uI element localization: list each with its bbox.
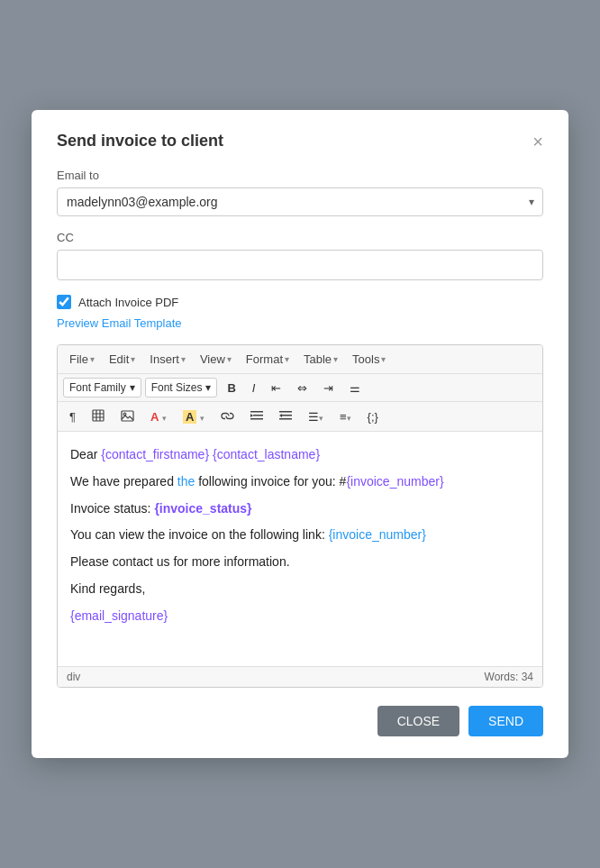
editor-line-view-invoice: You can view the invoice on the followin…: [70, 525, 530, 546]
font-sizes-arrow: ▾: [205, 381, 211, 394]
highlight-the: the: [177, 474, 195, 489]
code-button[interactable]: {;}: [361, 407, 385, 426]
send-button[interactable]: SEND: [468, 706, 543, 736]
var-email-signature: {email_signature}: [70, 608, 168, 623]
align-left-button[interactable]: ⇤: [265, 379, 287, 397]
svg-rect-11: [279, 411, 292, 413]
editor-body[interactable]: Dear {contact_firstname} {contact_lastna…: [58, 432, 542, 666]
font-family-arrow: ▾: [130, 381, 135, 394]
table-insert-button[interactable]: [86, 406, 111, 427]
view-menu-arrow: ▾: [227, 354, 232, 364]
editor-element-type: div: [67, 671, 80, 683]
editor-line-invoice-status: Invoice status: {invoice_status}: [70, 498, 530, 520]
svg-rect-5: [122, 411, 133, 421]
pilcrow-button[interactable]: ¶: [63, 407, 82, 426]
email-to-label: Email to: [57, 169, 543, 182]
var-contact-firstname: {contact_firstname}: [101, 447, 209, 461]
table-menu-arrow: ▾: [333, 354, 338, 364]
svg-rect-7: [250, 411, 263, 413]
svg-rect-0: [93, 410, 104, 421]
menu-insert[interactable]: Insert ▾: [143, 349, 192, 370]
email-to-group: Email to madelynn03@example.org ▾: [57, 169, 543, 216]
font-sizes-select[interactable]: Font Sizes ▾: [145, 378, 218, 397]
outdent-button[interactable]: [273, 407, 298, 426]
close-button[interactable]: CLOSE: [377, 706, 459, 736]
ordered-list-button[interactable]: ≡▾: [333, 407, 358, 426]
send-invoice-modal: Send invoice to client × Email to madely…: [32, 110, 568, 758]
editor-footer: div Words: 34: [58, 666, 542, 687]
align-center-button[interactable]: ⇔: [291, 379, 314, 397]
editor-toolbar-1: Font Family ▾ Font Sizes ▾ B I ⇤ ⇔ ⇥ ⚌: [58, 374, 542, 402]
attach-pdf-checkbox[interactable]: [57, 295, 71, 309]
email-editor: File ▾ Edit ▾ Insert ▾ View ▾ Format ▾: [57, 344, 543, 688]
modal-actions: CLOSE SEND: [57, 706, 543, 736]
editor-line-salutation: Dear {contact_firstname} {contact_lastna…: [70, 444, 530, 466]
attach-pdf-label: Attach Invoice PDF: [78, 296, 178, 309]
attach-pdf-row: Attach Invoice PDF: [57, 295, 543, 309]
svg-point-6: [123, 413, 126, 416]
modal-close-button[interactable]: ×: [532, 132, 543, 151]
bg-color-button[interactable]: A ▾: [177, 407, 211, 426]
menu-format[interactable]: Format ▾: [240, 349, 295, 370]
font-color-button[interactable]: A ▾: [144, 407, 173, 426]
var-invoice-number-1: {invoice_number}: [346, 474, 443, 489]
align-justify-button[interactable]: ⚌: [343, 379, 367, 397]
file-menu-arrow: ▾: [90, 354, 95, 364]
menu-file[interactable]: File ▾: [63, 349, 101, 370]
svg-rect-8: [253, 415, 263, 416]
align-right-button[interactable]: ⇥: [317, 379, 340, 397]
menu-edit[interactable]: Edit ▾: [103, 349, 141, 370]
format-menu-arrow: ▾: [285, 354, 289, 364]
email-to-select[interactable]: madelynn03@example.org: [57, 187, 543, 216]
unordered-list-button[interactable]: ☰▾: [302, 407, 330, 426]
edit-menu-arrow: ▾: [131, 354, 135, 364]
modal-title: Send invoice to client: [57, 132, 223, 151]
modal-header: Send invoice to client ×: [57, 132, 543, 151]
italic-button[interactable]: I: [246, 379, 262, 397]
menu-table[interactable]: Table ▾: [297, 349, 344, 370]
cc-label: CC: [57, 231, 543, 244]
indent-button[interactable]: [244, 407, 269, 426]
menu-view[interactable]: View ▾: [194, 349, 238, 370]
cc-input[interactable]: [57, 250, 543, 280]
var-invoice-status: {invoice_status}: [154, 501, 251, 516]
svg-marker-14: [279, 414, 282, 417]
bold-button[interactable]: B: [221, 379, 241, 397]
email-to-select-wrapper: madelynn03@example.org ▾: [57, 187, 543, 216]
editor-line-contact: Please contact us for more information.: [70, 552, 530, 573]
editor-line-invoice-prepared: We have prepared the following invoice f…: [70, 471, 530, 493]
cc-group: CC: [57, 231, 543, 280]
menu-tools[interactable]: Tools ▾: [346, 349, 392, 370]
preview-email-template-link[interactable]: Preview Email Template: [57, 316, 543, 330]
tools-menu-arrow: ▾: [381, 354, 386, 364]
svg-rect-12: [282, 415, 292, 416]
editor-line-regards: Kind regards,: [70, 579, 530, 600]
svg-marker-10: [250, 414, 253, 417]
editor-menu-bar: File ▾ Edit ▾ Insert ▾ View ▾ Format ▾: [58, 345, 542, 374]
svg-rect-9: [250, 418, 263, 420]
editor-toolbar-2: ¶: [58, 402, 542, 432]
word-count: Words: 34: [485, 671, 533, 683]
var-contact-lastname: {contact_lastname}: [213, 447, 320, 461]
font-family-select[interactable]: Font Family ▾: [63, 378, 141, 397]
link-button[interactable]: [214, 407, 241, 426]
svg-rect-13: [279, 418, 292, 420]
editor-line-signature: {email_signature}: [70, 606, 530, 627]
image-button[interactable]: [114, 407, 141, 427]
insert-menu-arrow: ▾: [181, 354, 186, 364]
var-invoice-number-link[interactable]: {invoice_number}: [329, 527, 426, 542]
